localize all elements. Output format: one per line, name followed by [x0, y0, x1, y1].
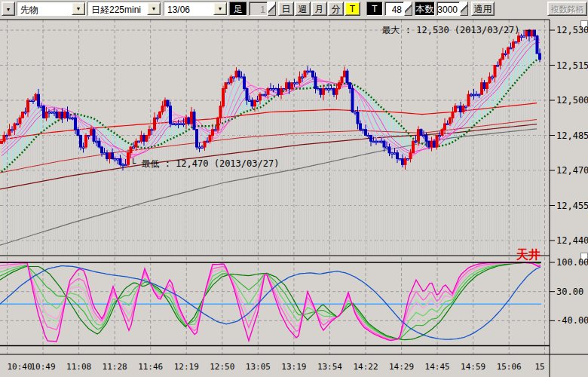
apply-button[interactable]: 適用: [471, 2, 495, 16]
period-day-button[interactable]: 日: [278, 2, 294, 16]
tick-mode-button[interactable]: T: [366, 2, 383, 16]
svg-text:14:59: 14:59: [461, 362, 485, 372]
high-annotation: 最大 : 12,530 (2013/03/27) →: [382, 25, 531, 35]
chevron-down-icon[interactable]: ▼: [213, 2, 227, 15]
multi-symbol-button[interactable]: 複数銘柄: [547, 2, 587, 16]
period-tick-button[interactable]: T: [345, 2, 360, 16]
svg-text:15:06: 15:06: [497, 362, 522, 372]
chevron-down-icon[interactable]: ▼: [72, 2, 85, 15]
svg-text:12,530: 12,530: [556, 25, 588, 35]
svg-text:11:46: 11:46: [138, 362, 163, 372]
toolbar: ▼ 先物 ▼ 日経225mini ▼ 13/06 ▼ 足 1 日 週 月 分 T…: [0, 0, 588, 17]
svg-text:15: 15: [534, 362, 544, 372]
svg-text:13:19: 13:19: [281, 362, 306, 372]
market-value: 先物: [17, 2, 72, 15]
chart-canvas[interactable]: 12,53012,51512,50012,48512,47012,45512,4…: [0, 17, 588, 377]
svg-text:12,515: 12,515: [556, 60, 588, 71]
svg-text:100.00: 100.00: [556, 257, 588, 268]
svg-text:30.00: 30.00: [556, 287, 583, 297]
svg-text:11:08: 11:08: [66, 362, 91, 372]
svg-text:12,440: 12,440: [556, 235, 588, 246]
svg-text:12:19: 12:19: [174, 362, 199, 372]
svg-text:10:49: 10:49: [30, 362, 55, 372]
svg-text:14:29: 14:29: [389, 362, 414, 372]
period-week-button[interactable]: 週: [295, 2, 311, 16]
period-month-button[interactable]: 月: [311, 2, 327, 16]
tick-count-field[interactable]: 48: [384, 2, 404, 16]
svg-text:13:54: 13:54: [317, 362, 342, 372]
svg-text:14:22: 14:22: [353, 362, 378, 372]
svg-text:13:05: 13:05: [246, 362, 271, 372]
contract-month-combobox[interactable]: 13/06 ▼: [164, 2, 228, 16]
contract-month-value: 13/06: [164, 2, 213, 15]
svg-text:10:40: 10:40: [8, 362, 32, 372]
bars-button[interactable]: 本数: [415, 2, 435, 16]
svg-text:12,455: 12,455: [556, 201, 588, 211]
symbol-combobox[interactable]: 日経225mini ▼: [87, 2, 161, 16]
svg-text:-40.00: -40.00: [556, 315, 588, 326]
chevron-down-icon[interactable]: ▼: [147, 2, 161, 15]
ashi-button[interactable]: 足: [229, 2, 247, 16]
svg-text:14:45: 14:45: [425, 362, 450, 372]
lower-panel: [0, 262, 541, 342]
x-axis-labels: 10:4010:4911:0811:2811:4612:1912:5013:05…: [8, 362, 545, 372]
symbol-value: 日経225mini: [88, 2, 147, 15]
interval-field[interactable]: 1: [249, 2, 268, 16]
svg-text:12:50: 12:50: [210, 362, 234, 372]
y-axis-labels: 12,53012,51512,50012,48512,47012,45512,4…: [556, 25, 588, 326]
bars-count-spinner-icon[interactable]: [460, 2, 468, 16]
band-fills: [2, 30, 540, 255]
svg-text:12,470: 12,470: [556, 165, 588, 176]
svg-text:12,485: 12,485: [556, 130, 588, 141]
svg-text:11:28: 11:28: [103, 362, 127, 372]
mini-dropdown-button[interactable]: ▼: [2, 2, 15, 16]
ceiling-label: 天井: [516, 247, 541, 262]
tick-count-spinner-icon[interactable]: [404, 2, 412, 16]
svg-text:12,500: 12,500: [556, 95, 588, 106]
interval-spinner-icon[interactable]: [268, 2, 276, 16]
chevron-down-icon: ▼: [6, 7, 11, 12]
low-annotation: └ 最低 : 12,470 (2013/03/27): [130, 158, 279, 169]
bars-count-field[interactable]: 3000: [436, 2, 460, 16]
market-combobox[interactable]: 先物 ▼: [17, 2, 86, 16]
period-minute-button[interactable]: 分: [328, 2, 344, 16]
